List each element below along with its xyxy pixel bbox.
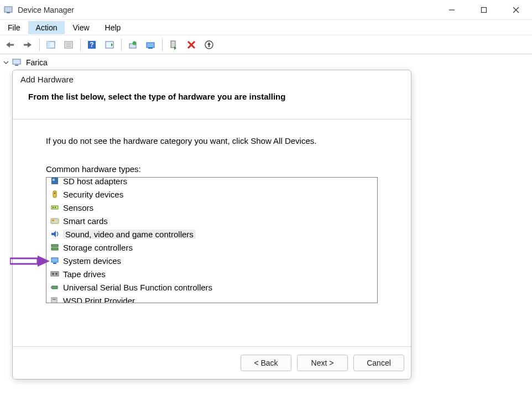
- dialog-header-text: From the list below, select the type of …: [28, 92, 395, 101]
- uninstall-device-button[interactable]: [143, 37, 158, 53]
- svg-rect-30: [15, 65, 18, 66]
- list-item[interactable]: Security devices: [46, 188, 377, 201]
- svg-marker-40: [51, 231, 56, 237]
- list-item-label: Security devices: [63, 190, 123, 199]
- list-item[interactable]: Smart cards: [46, 214, 377, 227]
- svg-point-34: [54, 193, 55, 194]
- scan-hardware-button[interactable]: [102, 37, 117, 53]
- svg-rect-50: [51, 298, 57, 303]
- minimize-button[interactable]: [436, 0, 468, 20]
- nav-forward-button[interactable]: [20, 37, 35, 53]
- disable-device-button[interactable]: [184, 37, 199, 53]
- toolbar-separator: [119, 37, 123, 53]
- add-hardware-dialog: Add Hardware From the list below, select…: [12, 70, 411, 380]
- storage-icon: [50, 242, 60, 252]
- enable-device-button[interactable]: [166, 37, 181, 53]
- list-item[interactable]: WSD Print Provider: [46, 294, 377, 303]
- svg-rect-9: [47, 41, 50, 48]
- svg-rect-48: [52, 286, 58, 289]
- svg-rect-6: [9, 44, 14, 45]
- svg-rect-43: [51, 258, 58, 262]
- back-button[interactable]: < Back: [241, 355, 291, 371]
- svg-rect-36: [53, 207, 54, 208]
- list-item-label: Universal Serial Bus Function controller…: [63, 283, 212, 292]
- toolbar-separator: [38, 37, 41, 53]
- wsd-icon: [50, 295, 60, 303]
- list-item[interactable]: Universal Serial Bus Function controller…: [46, 280, 377, 294]
- list-item-label: Sound, video and game controllers: [63, 230, 196, 239]
- next-button[interactable]: Next >: [297, 355, 348, 371]
- svg-point-47: [55, 273, 58, 275]
- maximize-button[interactable]: [468, 0, 500, 20]
- svg-rect-21: [148, 48, 153, 49]
- svg-marker-27: [207, 42, 211, 45]
- svg-rect-7: [24, 44, 28, 45]
- svg-rect-49: [51, 287, 53, 288]
- dialog-footer: < Back Next > Cancel: [13, 346, 411, 379]
- sound-icon: [50, 229, 60, 239]
- list-item[interactable]: Storage controllers: [46, 241, 377, 254]
- dialog-header: From the list below, select the type of …: [13, 85, 411, 119]
- help-button[interactable]: ?: [84, 37, 100, 53]
- list-item-label: Tape drives: [63, 269, 106, 279]
- device-tree[interactable]: Farica: [0, 54, 532, 71]
- system-icon: [50, 256, 60, 266]
- properties-button[interactable]: [61, 37, 76, 53]
- window-controls: [436, 0, 532, 20]
- list-item-label: WSD Print Provider: [63, 296, 135, 303]
- svg-rect-42: [51, 248, 58, 250]
- hardware-types-label: Common hardware types:: [46, 164, 378, 174]
- svg-rect-39: [52, 220, 54, 221]
- menu-action[interactable]: Action: [28, 21, 65, 34]
- svg-rect-51: [53, 299, 56, 300]
- list-item[interactable]: SD host adapters: [46, 178, 377, 188]
- menu-view[interactable]: View: [65, 21, 97, 34]
- svg-rect-3: [482, 7, 487, 12]
- list-item-label: Storage controllers: [63, 243, 133, 252]
- title-bar: Device Manager: [0, 0, 532, 20]
- smartcard-icon: [50, 216, 60, 226]
- show-hide-tree-button[interactable]: [43, 37, 59, 53]
- tree-root-label: Farica: [24, 58, 49, 67]
- svg-rect-20: [147, 43, 154, 48]
- menu-bar: File Action View Help: [0, 20, 532, 35]
- list-item[interactable]: System devices: [46, 254, 377, 267]
- tape-icon: [50, 269, 60, 279]
- svg-point-46: [52, 273, 54, 275]
- svg-rect-37: [55, 207, 56, 208]
- menu-help[interactable]: Help: [97, 21, 129, 34]
- tree-root-row[interactable]: Farica: [2, 58, 530, 67]
- sd-host-icon: [50, 178, 60, 186]
- svg-rect-22: [171, 41, 175, 48]
- dialog-body: If you do not see the hardware category …: [13, 119, 411, 346]
- svg-rect-1: [7, 12, 10, 13]
- hardware-types-listbox[interactable]: SD host adaptersSecurity devicesSensorsS…: [46, 177, 378, 303]
- dialog-title: Add Hardware: [13, 70, 411, 85]
- list-item[interactable]: Tape drives: [46, 267, 377, 280]
- svg-rect-33: [53, 191, 56, 198]
- nav-back-button[interactable]: [2, 37, 18, 53]
- window-title: Device Manager: [18, 6, 74, 14]
- update-driver-button[interactable]: [125, 37, 140, 53]
- list-item-label: SD host adapters: [63, 178, 127, 186]
- svg-text:?: ?: [90, 41, 93, 49]
- list-item-label: Sensors: [63, 203, 93, 212]
- list-item-label: Smart cards: [63, 216, 108, 226]
- svg-point-19: [133, 41, 137, 45]
- toolbar-separator: [79, 37, 82, 53]
- svg-rect-29: [13, 59, 20, 64]
- svg-rect-0: [4, 7, 12, 12]
- svg-rect-41: [51, 245, 58, 247]
- chevron-down-icon[interactable]: [2, 60, 10, 65]
- svg-rect-28: [208, 45, 210, 47]
- close-button[interactable]: [500, 0, 532, 20]
- svg-rect-44: [53, 263, 56, 264]
- cancel-button[interactable]: Cancel: [353, 355, 404, 371]
- list-item[interactable]: Sensors: [46, 201, 377, 214]
- list-item[interactable]: Sound, video and game controllers: [46, 227, 377, 241]
- menu-file[interactable]: File: [0, 21, 28, 34]
- svg-rect-32: [53, 179, 55, 181]
- usb-icon: [50, 282, 60, 292]
- app-icon: [3, 5, 13, 15]
- update-driver-alt-button[interactable]: [201, 37, 217, 53]
